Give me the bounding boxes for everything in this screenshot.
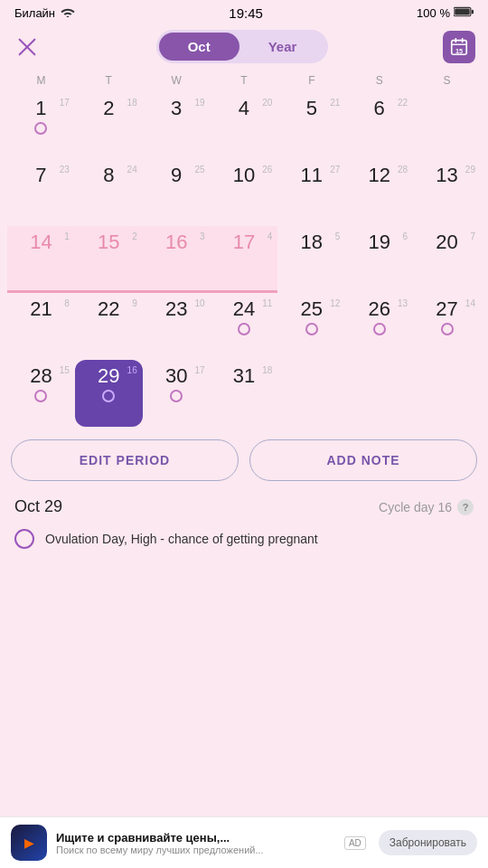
cycle-dot xyxy=(238,323,250,335)
sub-date: 27 xyxy=(330,165,340,175)
calendar-cell[interactable]: 3118 xyxy=(211,360,278,427)
date-number: 29 xyxy=(98,365,119,387)
calendar-cell[interactable]: 218 xyxy=(7,293,75,360)
cycle-dot xyxy=(305,323,318,335)
date-number: 18 xyxy=(301,231,323,253)
date-number: 1 xyxy=(35,98,46,119)
date-number: 22 xyxy=(98,298,119,320)
cycle-dot xyxy=(373,323,386,335)
sub-date: 26 xyxy=(262,165,272,175)
date-number: 21 xyxy=(30,298,52,320)
svg-text:15: 15 xyxy=(455,47,463,55)
calendar-cell[interactable]: 925 xyxy=(143,159,211,226)
carrier: Билайн xyxy=(14,6,55,20)
today-button[interactable]: 15 xyxy=(443,31,475,63)
calendar-cell[interactable]: 207 xyxy=(413,226,481,293)
calendar-cell[interactable]: 1127 xyxy=(277,159,345,226)
day-header-w: W xyxy=(143,71,211,90)
date-number: 19 xyxy=(368,231,389,253)
calendar-cell[interactable]: 117 xyxy=(7,92,75,159)
add-note-button[interactable]: ADD NOTE xyxy=(249,439,477,481)
status-left: Билайн xyxy=(14,6,75,20)
calendar-cell[interactable]: 2411 xyxy=(211,293,278,360)
calendar-cell[interactable]: 2916 xyxy=(75,360,143,427)
day-header-f: F xyxy=(277,71,345,90)
calendar-cell[interactable]: 1228 xyxy=(345,159,413,226)
wifi-icon xyxy=(61,6,75,20)
ad-cta-button[interactable]: Забронировать xyxy=(379,830,477,855)
status-bar: Билайн 19:45 100 % xyxy=(0,0,488,26)
calendar-cell[interactable] xyxy=(413,92,481,159)
day-header-m: M xyxy=(7,71,75,90)
calendar-cell[interactable]: 229 xyxy=(75,293,143,360)
sub-date: 4 xyxy=(267,231,273,241)
oct-toggle[interactable]: Oct xyxy=(159,33,239,61)
calendar-cell[interactable]: 2714 xyxy=(413,293,481,360)
sub-date: 3 xyxy=(200,231,205,241)
ad-banner: ▶ Ищите и сравнивайте цены,... Поиск по … xyxy=(0,816,488,868)
calendar-cell[interactable]: 1329 xyxy=(413,159,481,226)
edit-period-button[interactable]: EDIT PERIOD xyxy=(11,439,239,481)
calendar-cell[interactable]: 218 xyxy=(75,92,143,159)
calendar-cell[interactable]: 3017 xyxy=(143,360,211,427)
sub-date: 17 xyxy=(60,98,70,108)
calendar-grid: 1172183194205216227238249251026112712281… xyxy=(7,92,481,427)
cycle-day-label: Cycle day 16 xyxy=(379,500,452,514)
calendar-cell[interactable]: 141 xyxy=(7,226,75,293)
date-number: 13 xyxy=(436,165,457,186)
date-number: 12 xyxy=(368,165,389,186)
calendar-cell[interactable]: 319 xyxy=(143,92,211,159)
calendar-cell[interactable]: 723 xyxy=(7,159,75,226)
date-number: 30 xyxy=(165,365,187,387)
close-button[interactable] xyxy=(13,33,42,61)
status-right: 100 % xyxy=(417,6,474,20)
calendar-cell[interactable]: 152 xyxy=(75,226,143,293)
date-number: 23 xyxy=(165,298,187,320)
sub-date: 19 xyxy=(194,98,204,108)
calendar-cell[interactable]: 420 xyxy=(211,92,278,159)
sub-date: 13 xyxy=(398,298,408,308)
calendar-cell[interactable]: 196 xyxy=(345,226,413,293)
year-toggle[interactable]: Year xyxy=(239,33,326,61)
calendar-cell[interactable] xyxy=(413,360,481,427)
sub-date: 21 xyxy=(330,98,340,108)
calendar-cell[interactable]: 521 xyxy=(277,92,345,159)
ovulation-icon xyxy=(14,529,34,549)
help-icon[interactable]: ? xyxy=(457,499,474,515)
day-header-t2: T xyxy=(211,71,278,90)
date-number: 14 xyxy=(30,231,52,253)
sub-date: 18 xyxy=(127,98,137,108)
day-info-header: Oct 29 Cycle day 16 ? xyxy=(14,497,474,516)
calendar-cell[interactable] xyxy=(345,360,413,427)
calendar-cell[interactable]: 2310 xyxy=(143,293,211,360)
ad-label: AD xyxy=(344,836,366,850)
day-headers: M T W T F S S xyxy=(7,71,481,90)
sub-date: 10 xyxy=(194,298,204,308)
ad-text: Ищите и сравнивайте цены,... Поиск по вс… xyxy=(56,831,335,855)
date-number: 11 xyxy=(301,165,323,186)
sub-date: 23 xyxy=(60,165,70,175)
calendar-cell[interactable]: 1026 xyxy=(211,159,278,226)
calendar-cell[interactable]: 2512 xyxy=(277,293,345,360)
time: 19:45 xyxy=(229,5,263,21)
calendar-cell[interactable]: 163 xyxy=(143,226,211,293)
sub-date: 9 xyxy=(132,298,137,308)
calendar-cell[interactable]: 622 xyxy=(345,92,413,159)
sub-date: 6 xyxy=(403,231,408,241)
battery-label: 100 % xyxy=(417,6,450,20)
date-number: 24 xyxy=(233,298,255,320)
day-header-s2: S xyxy=(413,71,481,90)
ovulation-row: Ovulation Day, High - chance of getting … xyxy=(14,524,474,554)
ad-app-icon: ▶ xyxy=(11,825,47,861)
calendar-cell[interactable]: 824 xyxy=(75,159,143,226)
action-buttons: EDIT PERIOD ADD NOTE xyxy=(0,427,488,490)
calendar-cell[interactable]: 185 xyxy=(277,226,345,293)
sub-date: 1 xyxy=(64,231,70,241)
cycle-dot xyxy=(441,323,454,335)
calendar-cell[interactable]: 174 xyxy=(211,226,278,293)
calendar-cell[interactable]: 2815 xyxy=(7,360,75,427)
calendar-cell[interactable]: 2613 xyxy=(345,293,413,360)
sub-date: 12 xyxy=(330,298,340,308)
date-number: 10 xyxy=(233,165,255,186)
calendar-cell[interactable] xyxy=(277,360,345,427)
